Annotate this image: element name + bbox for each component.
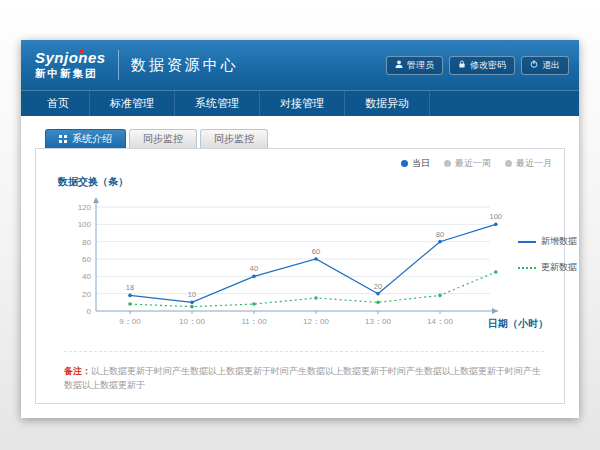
svg-text:40: 40 (250, 264, 258, 273)
change-password-button[interactable]: 修改密码 (449, 56, 515, 75)
solid-line-swatch (518, 241, 536, 243)
footnote-text: 以上数据更新于时间产生数据以上数据更新于时间产生数据以上数据更新于时间产生数据以… (64, 366, 541, 390)
header-divider (118, 50, 119, 80)
footnote-prefix: 备注： (64, 366, 91, 376)
svg-text:40: 40 (82, 272, 91, 281)
app-title: 数据资源中心 (131, 56, 239, 75)
svg-text:120: 120 (78, 203, 92, 212)
x-axis-title: 日期（小时） (488, 317, 548, 331)
svg-text:13：00: 13：00 (365, 317, 391, 326)
svg-text:9：00: 9：00 (119, 317, 141, 326)
filter-today[interactable]: 当日 (401, 157, 430, 170)
legend-new-data-label: 新增数据 (541, 235, 577, 248)
legend-update-data[interactable]: 更新数据 (518, 261, 577, 274)
nav-item-data-change[interactable]: 数据异动 (345, 91, 430, 116)
dotted-line-swatch (518, 267, 536, 269)
line-chart: 0204060801001209：0010：0011：0012：0013：001… (46, 193, 516, 343)
admin-button[interactable]: 管理员 (386, 56, 443, 75)
svg-text:100: 100 (490, 212, 503, 221)
footnote: 备注：以上数据更新于时间产生数据以上数据更新于时间产生数据以上数据更新于时间产生… (64, 351, 544, 392)
tab-sync-monitor-2[interactable]: 同步监控 (200, 129, 268, 148)
lock-icon (458, 60, 466, 70)
tab-bar: 系统介绍 同步监控 同步监控 (45, 129, 565, 148)
tab-sync-monitor-1-label: 同步监控 (143, 132, 183, 146)
svg-text:100: 100 (78, 220, 92, 229)
svg-text:18: 18 (126, 283, 134, 292)
user-icon (395, 60, 403, 70)
filter-today-label: 当日 (412, 157, 430, 170)
tab-sync-monitor-2-label: 同步监控 (214, 132, 254, 146)
svg-text:80: 80 (436, 230, 444, 239)
radio-dot-icon (401, 160, 408, 167)
nav-item-system-mgmt[interactable]: 系统管理 (175, 91, 260, 116)
legend-update-data-label: 更新数据 (541, 261, 577, 274)
content-panel: 当日 最近一周 最近一月 数据交换（条） 0204060801001209：00… (35, 148, 565, 404)
svg-text:60: 60 (82, 255, 91, 264)
radio-dot-icon (444, 160, 451, 167)
logo-subtext: 新中新集团 (35, 68, 106, 80)
svg-text:12：00: 12：00 (303, 317, 329, 326)
admin-button-label: 管理员 (407, 59, 434, 72)
filter-last-week-label: 最近一周 (455, 157, 491, 170)
logo: Synjones 新中新集团 (35, 50, 106, 80)
nav-item-standard-mgmt[interactable]: 标准管理 (90, 91, 175, 116)
legend-new-data[interactable]: 新增数据 (518, 235, 577, 248)
svg-text:20: 20 (374, 282, 382, 291)
svg-text:10: 10 (188, 290, 196, 299)
logo-accent-dot (79, 49, 84, 54)
content-area: 系统介绍 同步监控 同步监控 当日 最近一周 (21, 116, 579, 404)
filter-last-month[interactable]: 最近一月 (505, 157, 552, 170)
logo-text: Synjones (35, 50, 106, 67)
filter-last-month-label: 最近一月 (516, 157, 552, 170)
filter-last-week[interactable]: 最近一周 (444, 157, 491, 170)
svg-text:0: 0 (87, 307, 92, 316)
nav-item-interface-mgmt[interactable]: 对接管理 (260, 91, 345, 116)
app-window: Synjones 新中新集团 数据资源中心 管理员 修改密码 (21, 40, 579, 418)
logout-button[interactable]: 退出 (521, 56, 569, 75)
power-icon (530, 60, 538, 70)
svg-text:11：00: 11：00 (241, 317, 267, 326)
grid-icon (59, 134, 67, 145)
series-legend: 新增数据 更新数据 (518, 235, 577, 274)
nav-item-home[interactable]: 首页 (27, 91, 90, 116)
logout-label: 退出 (542, 59, 560, 72)
svg-text:20: 20 (82, 290, 91, 299)
header-buttons: 管理员 修改密码 退出 (386, 56, 569, 75)
radio-dot-icon (505, 160, 512, 167)
tab-sync-monitor-1[interactable]: 同步监控 (129, 129, 197, 148)
svg-text:10：00: 10：00 (179, 317, 205, 326)
tab-system-intro[interactable]: 系统介绍 (45, 129, 126, 148)
svg-text:14：00: 14：00 (427, 317, 453, 326)
y-axis-title: 数据交换（条） (58, 175, 128, 189)
svg-text:80: 80 (82, 238, 91, 247)
change-password-label: 修改密码 (470, 59, 506, 72)
app-header: Synjones 新中新集团 数据资源中心 管理员 修改密码 (21, 40, 579, 90)
tab-system-intro-label: 系统介绍 (72, 132, 112, 146)
chart-range-filters: 当日 最近一周 最近一月 (401, 157, 552, 170)
main-nav: 首页 标准管理 系统管理 对接管理 数据异动 (21, 90, 579, 116)
svg-text:60: 60 (312, 247, 320, 256)
